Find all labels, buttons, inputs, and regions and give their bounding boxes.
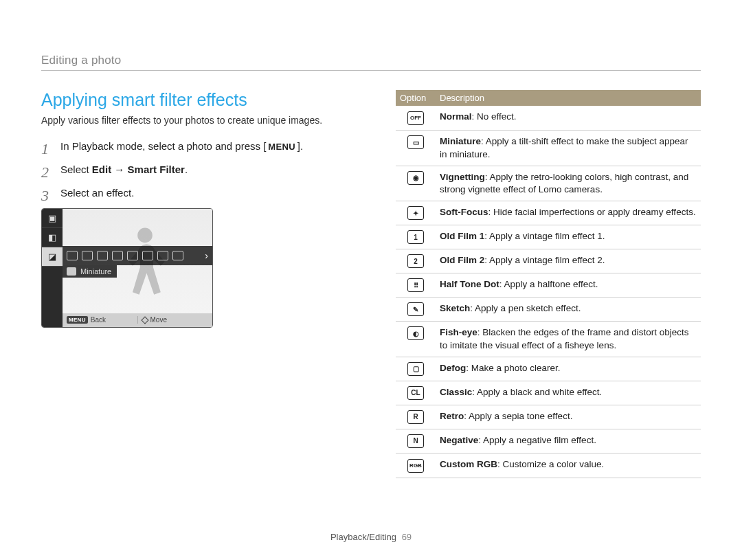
option-name: Miniature: [440, 136, 481, 146]
filter-thumb-icon: [172, 251, 183, 260]
option-icon-cell: ✎: [396, 298, 436, 322]
option-description-cell: Old Film 1: Apply a vintage film effect …: [436, 225, 701, 249]
menu-button-glyph: MENU: [266, 140, 297, 155]
screenshot-footer-bar: MENU Back Move: [63, 313, 212, 327]
option-icon: ◉: [407, 171, 424, 185]
section-title: Applying smart filter effects: [41, 90, 357, 110]
option-icon: N: [407, 434, 424, 448]
options-table-header: Option Description: [396, 90, 701, 106]
page-footer: Playback/Editing 69: [0, 532, 742, 542]
manual-page: Editing a photo Applying smart filter ef…: [0, 0, 742, 560]
step-1: In Playback mode, select a photo and pre…: [41, 138, 357, 155]
option-icon-cell: ⠿: [396, 273, 436, 298]
option-description-cell: Half Tone Dot: Apply a halftone effect.: [436, 273, 701, 298]
option-name: Vignetting: [440, 172, 485, 182]
table-row: CLClassic: Apply a black and white effec…: [396, 381, 701, 405]
table-row: ▭Miniature: Apply a tilt-shift effect to…: [396, 131, 701, 166]
header-description: Description: [436, 90, 701, 106]
option-icon: ✎: [407, 302, 424, 316]
back-segment: MENU Back: [63, 316, 138, 324]
option-icon-cell: N: [396, 429, 436, 453]
left-column: Applying smart filter effects Apply vari…: [41, 90, 357, 478]
right-column: Option Description OFFNormal: No effect.…: [396, 90, 701, 478]
move-segment: Move: [138, 316, 213, 324]
content-columns: Applying smart filter effects Apply vari…: [41, 90, 701, 478]
option-description-cell: Soft-Focus: Hide facial imperfections or…: [436, 201, 701, 225]
option-desc: : Apply a sepia tone effect.: [464, 411, 572, 421]
option-desc: : Apply a halftone effect.: [499, 279, 598, 289]
filter-thumb-icon: [112, 251, 123, 260]
option-icon-cell: ◐: [396, 322, 436, 357]
breadcrumb: Editing a photo: [41, 54, 701, 67]
option-icon: OFF: [407, 111, 424, 125]
table-row: RRetro: Apply a sepia tone effect.: [396, 405, 701, 429]
option-description-cell: Classic: Apply a black and white effect.: [436, 381, 701, 405]
option-desc: : Customize a color value.: [497, 459, 604, 469]
table-row: RGBCustom RGB: Customize a color value.: [396, 453, 701, 478]
step-2-edit: Edit: [92, 164, 111, 175]
side-tab-1: ▣: [42, 209, 63, 228]
table-row: ✦Soft-Focus: Hide facial imperfections o…: [396, 201, 701, 225]
option-name: Soft-Focus: [440, 207, 488, 217]
option-name: Defog: [440, 363, 466, 373]
option-description-cell: Vignetting: Apply the retro-looking colo…: [436, 166, 701, 201]
option-name: Normal: [440, 111, 472, 122]
option-icon: RGB: [407, 459, 424, 473]
option-desc: : Make a photo clearer.: [466, 363, 560, 373]
option-icon-cell: OFF: [396, 106, 436, 131]
screenshot-filter-bar: ›: [63, 246, 212, 265]
option-name: Old Film 1: [440, 231, 484, 241]
filter-thumb-icon: [97, 251, 108, 260]
option-name: Fish-eye: [440, 327, 477, 337]
option-icon-cell: ▢: [396, 357, 436, 381]
option-description-cell: Sketch: Apply a pen sketch effect.: [436, 298, 701, 322]
option-name: Negative: [440, 435, 478, 445]
screenshot-side-tabs: ▣ ◧ ◪: [42, 209, 63, 327]
option-desc: : Apply a negative film effect.: [478, 435, 596, 445]
option-desc: : Blacken the edges of the frame and dis…: [440, 327, 688, 350]
step-3: Select an effect.: [41, 185, 357, 201]
option-name: Old Film 2: [440, 255, 484, 265]
option-desc: : Apply a black and white effect.: [472, 387, 602, 397]
step-2-pre: Select: [60, 164, 92, 175]
option-icon: ✦: [407, 206, 424, 220]
option-desc: : Apply a vintage film effect 1.: [484, 231, 605, 241]
table-row: ◐Fish-eye: Blacken the edges of the fram…: [396, 322, 701, 357]
table-row: ▢Defog: Make a photo clearer.: [396, 357, 701, 381]
option-icon: ◐: [407, 326, 424, 340]
table-row: ✎Sketch: Apply a pen sketch effect.: [396, 298, 701, 322]
menu-tag: MENU: [67, 316, 88, 324]
option-icon: ▢: [407, 362, 424, 376]
divider: [41, 70, 701, 71]
camera-screenshot: ▣ ◧ ◪: [41, 208, 213, 328]
arrow-icon: →: [111, 164, 127, 175]
option-icon-cell: ▭: [396, 131, 436, 166]
filter-thumb-icon: [82, 251, 93, 260]
option-icon-cell: ◉: [396, 166, 436, 201]
back-label: Back: [91, 316, 106, 324]
option-name: Custom RGB: [440, 459, 497, 469]
option-description-cell: Retro: Apply a sepia tone effect.: [436, 405, 701, 429]
option-icon: CL: [407, 386, 424, 400]
option-icon-cell: ✦: [396, 201, 436, 225]
table-row: 1Old Film 1: Apply a vintage film effect…: [396, 225, 701, 249]
option-desc: : Apply a pen sketch effect.: [470, 303, 581, 313]
option-icon-cell: RGB: [396, 453, 436, 478]
option-icon: ▭: [407, 135, 424, 149]
step-1-pre: In Playback mode, select a photo and pre…: [60, 140, 266, 152]
table-row: ◉Vignetting: Apply the retro-looking col…: [396, 166, 701, 201]
intro-text: Apply various filter effects to your pho…: [41, 114, 357, 127]
option-name: Classic: [440, 387, 472, 397]
dpad-icon: [141, 316, 148, 324]
option-description-cell: Miniature: Apply a tilt-shift effect to …: [436, 131, 701, 166]
option-description-cell: Custom RGB: Customize a color value.: [436, 453, 701, 478]
option-icon: R: [407, 410, 424, 424]
table-row: NNegative: Apply a negative film effect.: [396, 429, 701, 453]
option-icon: 1: [407, 230, 424, 244]
option-desc: : Apply a vintage film effect 2.: [484, 255, 605, 265]
option-description-cell: Defog: Make a photo clearer.: [436, 357, 701, 381]
option-name: Sketch: [440, 303, 470, 313]
chevron-right-icon: ›: [205, 250, 208, 261]
option-description-cell: Old Film 2: Apply a vintage film effect …: [436, 249, 701, 273]
step-2-smartfilter: Smart Filter: [128, 164, 185, 175]
